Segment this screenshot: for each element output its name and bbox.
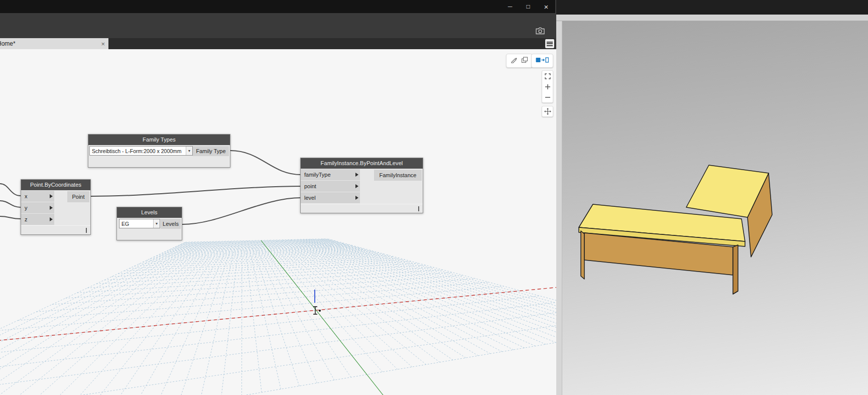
dropdown-value: EG — [119, 221, 153, 227]
port-label: z — [25, 216, 28, 222]
maximize-button[interactable]: □ — [519, 0, 537, 13]
port-arrow-icon — [50, 217, 53, 221]
graph-to-3d-icon — [536, 57, 549, 63]
tab-home[interactable]: Home* × — [0, 38, 108, 49]
node-state-icon — [86, 228, 87, 233]
node-footer — [21, 225, 90, 234]
revit-3d-viewport[interactable] — [556, 21, 868, 395]
app-root: ─ □ × Home* × — [0, 0, 868, 395]
desk-3d-model[interactable] — [556, 21, 868, 395]
zoom-out-button[interactable] — [542, 92, 553, 102]
port-output-point[interactable]: Point — [67, 191, 89, 202]
view-controls — [542, 70, 553, 103]
dynamo-window: ─ □ × Home* × — [0, 0, 556, 395]
family-type-dropdown[interactable]: Schreibtisch - L-Form:2000 x 2000mm ▾ — [89, 146, 193, 156]
preview-toggle-group — [531, 54, 553, 68]
port-arrow-icon — [355, 196, 358, 200]
window-controls: ─ □ × — [501, 0, 555, 13]
node-familyinstance-bypointandlevel[interactable]: FamilyInstance.ByPointAndLevel familyTyp… — [300, 158, 423, 213]
port-arrow-icon — [50, 194, 53, 198]
port-label: x — [25, 193, 28, 199]
pan-icon — [544, 108, 551, 115]
node-header[interactable]: Levels — [117, 207, 182, 218]
edit-geometry-button[interactable] — [511, 56, 518, 65]
port-label: Levels — [163, 221, 179, 227]
pen-icon — [511, 57, 518, 63]
port-label: level — [304, 195, 316, 201]
port-arrow-icon — [355, 173, 358, 177]
main-toolbar — [0, 13, 555, 38]
dropdown-value: Schreibtisch - L-Form:2000 x 2000mm — [90, 148, 186, 154]
export-image-button[interactable] — [534, 26, 546, 36]
workspace-menu-button[interactable] — [545, 39, 554, 48]
pan-button[interactable] — [542, 106, 553, 117]
revit-panel — [556, 0, 868, 395]
port-output-levels[interactable]: Levels — [161, 219, 181, 229]
node-header[interactable]: Point.ByCoordinates — [21, 180, 90, 190]
port-label: Point — [72, 194, 84, 200]
port-input-x[interactable]: x — [21, 191, 54, 202]
wire-familytype[interactable] — [230, 151, 301, 175]
title-bar: ─ □ × — [0, 0, 555, 13]
layers-button[interactable] — [521, 56, 528, 65]
node-footer — [301, 204, 423, 213]
graph-canvas[interactable]: Family Types Schreibtisch - L-Form:2000 … — [0, 49, 556, 395]
wire-x-input[interactable] — [0, 184, 21, 196]
tab-label: Home* — [0, 40, 16, 47]
minus-icon — [545, 94, 551, 100]
node-state-icon — [418, 206, 419, 211]
wire-y-input[interactable] — [0, 201, 21, 207]
port-label: Family Type — [196, 148, 225, 154]
viewport-left-gutter — [556, 21, 562, 395]
wire-z-input[interactable] — [0, 216, 21, 219]
port-output-family-type[interactable]: Family Type — [193, 146, 229, 156]
camera-icon — [535, 27, 545, 35]
node-levels[interactable]: Levels EG ▾ Levels — [116, 207, 182, 240]
port-label: familyType — [304, 172, 331, 178]
chevron-down-icon: ▾ — [186, 147, 192, 155]
port-input-familytype[interactable]: familyType — [301, 169, 360, 180]
plus-icon — [545, 84, 551, 90]
zoom-in-button[interactable] — [542, 81, 553, 92]
graph-3d-switch-button[interactable] — [536, 56, 549, 65]
port-input-y[interactable]: y — [21, 202, 54, 213]
revit-ribbon-edge — [556, 15, 868, 21]
geometry-toggle-group — [506, 54, 533, 68]
port-output-familyinstance[interactable]: FamilyInstance — [374, 170, 422, 181]
desk-left-panel — [581, 231, 584, 279]
port-arrow-icon — [50, 206, 53, 210]
levels-dropdown[interactable]: EG ▾ — [119, 219, 160, 228]
port-label: y — [25, 205, 28, 211]
wire-level[interactable] — [182, 198, 301, 224]
node-point-bycoordinates[interactable]: Point.ByCoordinates x y z Point — [21, 179, 91, 235]
port-label: FamilyInstance — [380, 172, 417, 178]
node-header[interactable]: Family Types — [88, 135, 230, 145]
tab-close-button[interactable]: × — [101, 41, 105, 47]
fit-view-icon — [545, 73, 551, 79]
hamburger-icon — [547, 42, 553, 46]
node-header[interactable]: FamilyInstance.ByPointAndLevel — [301, 158, 423, 169]
chevron-down-icon: ▾ — [153, 219, 160, 228]
node-family-types[interactable]: Family Types Schreibtisch - L-Form:2000 … — [88, 134, 230, 168]
tab-bar: Home* × — [0, 38, 555, 49]
port-label: point — [304, 183, 316, 189]
port-input-level[interactable]: level — [301, 192, 360, 203]
port-arrow-icon — [355, 184, 358, 188]
layers-icon — [521, 57, 528, 63]
close-button[interactable]: × — [537, 0, 555, 13]
fit-view-button[interactable] — [542, 71, 553, 81]
port-input-point[interactable]: point — [301, 181, 360, 192]
wire-point[interactable] — [91, 186, 301, 196]
port-input-z[interactable]: z — [21, 214, 54, 225]
desk-right-panel — [733, 245, 738, 294]
minimize-button[interactable]: ─ — [501, 0, 519, 13]
revit-top-bar — [556, 0, 868, 15]
